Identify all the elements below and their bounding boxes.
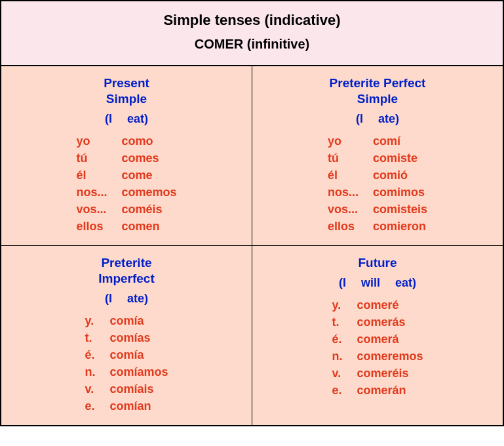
verb-form: comemos <box>121 184 176 201</box>
tense-name-line: Preterite Perfect <box>330 76 426 90</box>
tense-translation: (I eat) <box>8 112 245 126</box>
verb-form: comeremos <box>357 348 423 365</box>
conjugation-row: y.comía <box>85 312 168 329</box>
pronoun: t. <box>332 314 357 331</box>
tense-name: Preterite Imperfect <box>8 255 245 287</box>
verb-form: comen <box>121 218 176 235</box>
verb-form: comías <box>109 329 168 346</box>
pronoun: yo <box>76 132 121 150</box>
page-subtitle: COMER (infinitive) <box>7 37 497 52</box>
verb-form: comían <box>109 397 168 415</box>
verb-form: comerán <box>357 382 423 399</box>
conjugation-row: n.comíamos <box>85 363 168 380</box>
verb-form: coméis <box>121 201 176 218</box>
header-cell: Simple tenses (indicative) COMER (infini… <box>1 1 503 66</box>
pronoun: tú <box>328 150 373 167</box>
conjugation-row: é.comerá <box>332 331 423 348</box>
conjugation-row: vos...coméis <box>76 201 176 218</box>
conjugation-row: yocomí <box>328 132 427 150</box>
pronoun: e. <box>85 397 109 415</box>
pronoun: y. <box>85 312 109 329</box>
conjugation-row: elloscomen <box>76 218 176 235</box>
conjugation-row: vos...comisteis <box>328 201 427 218</box>
pronoun: v. <box>85 380 109 397</box>
conjugation-row: élcome <box>76 167 176 184</box>
tense-translation: (I ate) <box>8 292 245 306</box>
conjugation-list: y.comeré t.comerás é.comerá n.comeremos … <box>332 296 423 399</box>
pronoun: t. <box>85 329 109 346</box>
header-row: Simple tenses (indicative) COMER (infini… <box>1 1 503 66</box>
conjugation-table: Simple tenses (indicative) COMER (infini… <box>0 0 504 426</box>
verb-form: comí <box>373 132 427 150</box>
conjugation-row: túcomes <box>76 150 176 167</box>
verb-form: comerás <box>357 314 423 331</box>
tense-name-line: Simple <box>106 92 147 106</box>
pronoun: ellos <box>76 218 121 235</box>
verb-form: comeréis <box>357 365 423 382</box>
tense-name-line: Simple <box>357 92 398 106</box>
pronoun: nos... <box>328 184 373 201</box>
tense-name-line: Present <box>104 76 149 90</box>
conjugation-list: yocomí túcomiste élcomió nos...comimos v… <box>328 132 427 235</box>
pronoun: é. <box>85 346 109 363</box>
tense-row-1: Present Simple (I eat) yocomo túcomes él… <box>1 66 503 246</box>
verb-form: come <box>121 167 176 184</box>
conjugation-row: nos...comimos <box>328 184 427 201</box>
conjugation-row: é.comía <box>85 346 168 363</box>
pronoun: yo <box>328 132 373 150</box>
conjugation-row: yocomo <box>76 132 176 150</box>
conjugation-list: yocomo túcomes élcome nos...comemos vos.… <box>76 132 176 235</box>
pronoun: é. <box>332 331 357 348</box>
conjugation-row: n.comeremos <box>332 348 423 365</box>
conjugation-row: v.comíais <box>85 380 168 397</box>
verb-form: comíamos <box>109 363 168 380</box>
conjugation-row: e.comerán <box>332 382 423 399</box>
conjugation-row: t.comías <box>85 329 168 346</box>
pronoun: v. <box>332 365 357 382</box>
verb-form: comes <box>121 150 176 167</box>
verb-form: comieron <box>373 218 427 235</box>
conjugation-row: v.comeréis <box>332 365 423 382</box>
verb-form: comimos <box>373 184 427 201</box>
pronoun: vos... <box>328 201 373 218</box>
verb-form: comeré <box>357 296 423 314</box>
pronoun: tú <box>76 150 121 167</box>
conjugation-row: y.comeré <box>332 296 423 314</box>
tense-translation: (I will eat) <box>259 276 496 290</box>
conjugation-row: élcomió <box>328 167 427 184</box>
verb-form: comiste <box>373 150 427 167</box>
tense-name: Preterite Perfect Simple <box>259 75 496 107</box>
pronoun: vos... <box>76 201 121 218</box>
tense-name: Present Simple <box>8 75 245 107</box>
pronoun: y. <box>332 296 357 314</box>
verb-form: comía <box>109 312 168 329</box>
pronoun: nos... <box>76 184 121 201</box>
tense-name-line: Preterite <box>101 256 151 270</box>
pronoun: n. <box>332 348 357 365</box>
conjugation-row: túcomiste <box>328 150 427 167</box>
verb-form: como <box>121 132 176 150</box>
tense-name: Future <box>259 255 496 271</box>
conjugation-row: t.comerás <box>332 314 423 331</box>
tense-preterite-imperfect: Preterite Imperfect (I ate) y.comía t.co… <box>1 246 252 426</box>
pronoun: e. <box>332 382 357 399</box>
pronoun: él <box>76 167 121 184</box>
tense-row-2: Preterite Imperfect (I ate) y.comía t.co… <box>1 246 503 426</box>
conjugation-row: elloscomieron <box>328 218 427 235</box>
verb-form: comió <box>373 167 427 184</box>
pronoun: él <box>328 167 373 184</box>
conjugation-list: y.comía t.comías é.comía n.comíamos v.co… <box>85 312 168 415</box>
verb-form: comisteis <box>373 201 427 218</box>
pronoun: n. <box>85 363 109 380</box>
tense-present-simple: Present Simple (I eat) yocomo túcomes él… <box>1 66 252 246</box>
tense-future: Future (I will eat) y.comeré t.comerás é… <box>252 246 504 426</box>
pronoun: ellos <box>328 218 373 235</box>
tense-name-line: Imperfect <box>98 272 155 285</box>
verb-form: comíais <box>109 380 168 397</box>
tense-preterite-perfect: Preterite Perfect Simple (I ate) yocomí … <box>252 66 504 246</box>
conjugation-row: e.comían <box>85 397 168 415</box>
verb-form: comerá <box>357 331 423 348</box>
conjugation-row: nos...comemos <box>76 184 176 201</box>
tense-name-line: Future <box>358 256 397 270</box>
page-title: Simple tenses (indicative) <box>7 12 497 29</box>
